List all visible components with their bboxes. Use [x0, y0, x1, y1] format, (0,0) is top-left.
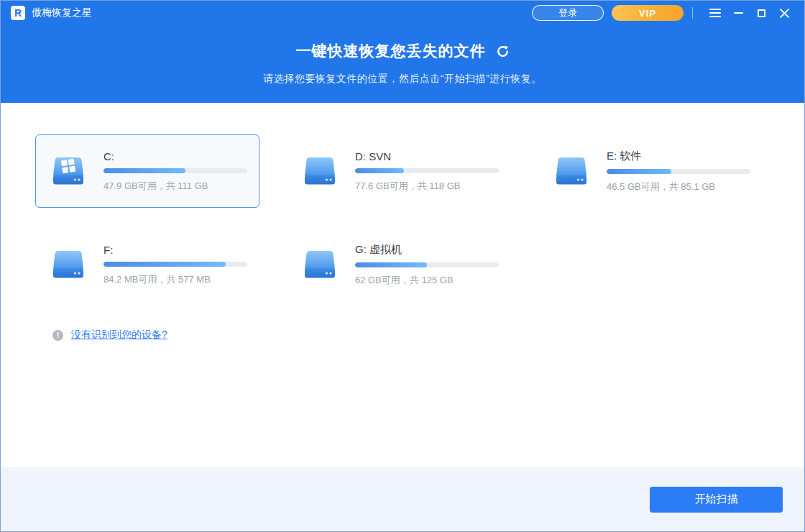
drive-usage-bar — [104, 168, 247, 173]
app-title: 傲梅恢复之星 — [32, 6, 92, 19]
close-icon — [780, 9, 789, 18]
maximize-button[interactable] — [752, 4, 770, 22]
drive-label: C: — [104, 150, 247, 162]
drive-grid: C: 47.9 GB可用，共 111 GB D: SVN 77 — [35, 134, 770, 301]
page-title: 一键快速恢复您丢失的文件 — [296, 41, 510, 61]
page-subtitle: 请选择您要恢复文件的位置，然后点击“开始扫描”进行恢复。 — [1, 73, 804, 86]
header: R 傲梅恢复之星 登录 VIP — [1, 1, 804, 103]
drive-icon — [51, 247, 86, 282]
page-title-text: 一键快速恢复您丢失的文件 — [296, 41, 486, 61]
drive-label: E: 软件 — [607, 150, 750, 163]
start-scan-button[interactable]: 开始扫描 — [650, 487, 783, 513]
drive-usage-bar — [355, 168, 499, 173]
menu-button[interactable] — [706, 4, 724, 22]
drive-usage-bar — [355, 262, 499, 267]
drive-card-G[interactable]: G: 虚拟机 62 GB可用，共 125 GB — [287, 228, 511, 301]
drive-text: G: 虚拟机 62 GB可用，共 125 GB — [355, 243, 499, 287]
drive-usage-fill — [104, 168, 185, 173]
drive-icon — [554, 154, 589, 188]
minimize-icon — [734, 12, 743, 14]
drive-capacity-text: 84.2 MB可用，共 577 MB — [104, 273, 247, 286]
app-logo-icon: R — [11, 6, 25, 20]
maximize-icon — [758, 9, 765, 17]
vip-button[interactable]: VIP — [612, 5, 684, 21]
main-content: C: 47.9 GB可用，共 111 GB D: SVN 77 — [1, 103, 804, 467]
drive-icon — [303, 247, 337, 282]
hamburger-icon — [709, 9, 721, 17]
header-center: 一键快速恢复您丢失的文件 请选择您要恢复文件的位置，然后点击“开始扫描”进行恢复… — [1, 41, 804, 86]
drive-capacity-text: 47.9 GB可用，共 111 GB — [104, 180, 247, 193]
drive-icon — [51, 154, 86, 188]
drive-icon — [303, 154, 337, 188]
login-button[interactable]: 登录 — [532, 5, 604, 21]
minimize-button[interactable] — [729, 4, 748, 22]
drive-capacity-text: 46.5 GB可用，共 85.1 GB — [607, 180, 750, 193]
drive-card-E[interactable]: E: 软件 46.5 GB可用，共 85.1 GB — [538, 134, 763, 208]
header-actions: 登录 VIP — [532, 4, 794, 22]
app-window: R 傲梅恢复之星 登录 VIP — [0, 0, 805, 532]
drive-usage-fill — [607, 169, 671, 174]
refresh-icon[interactable] — [496, 45, 510, 58]
drive-card-D[interactable]: D: SVN 77.6 GB可用，共 118 GB — [287, 134, 511, 208]
info-icon: ! — [52, 330, 63, 341]
drive-usage-fill — [355, 262, 427, 267]
drive-label: D: SVN — [355, 150, 499, 162]
drive-text: D: SVN 77.6 GB可用，共 118 GB — [355, 150, 499, 193]
drive-usage-bar — [104, 262, 247, 267]
help-row: ! 没有识别到您的设备? — [52, 329, 770, 341]
drive-text: F: 84.2 MB可用，共 577 MB — [104, 244, 247, 286]
drive-usage-fill — [104, 262, 226, 267]
drive-capacity-text: 62 GB可用，共 125 GB — [355, 274, 499, 287]
footer: 开始扫描 — [1, 467, 804, 531]
drive-usage-bar — [607, 169, 750, 174]
drive-card-C[interactable]: C: 47.9 GB可用，共 111 GB — [35, 134, 259, 208]
drive-capacity-text: 77.6 GB可用，共 118 GB — [355, 180, 499, 193]
close-button[interactable] — [775, 4, 794, 22]
drive-label: F: — [104, 244, 247, 256]
drive-usage-fill — [355, 168, 404, 173]
drive-text: C: 47.9 GB可用，共 111 GB — [104, 150, 247, 193]
title-bar: R 傲梅恢复之星 登录 VIP — [1, 1, 804, 25]
drive-label: G: 虚拟机 — [355, 243, 499, 257]
drive-card-F[interactable]: F: 84.2 MB可用，共 577 MB — [35, 228, 259, 301]
titlebar-divider — [692, 7, 693, 19]
brand: R 傲梅恢复之星 — [11, 6, 92, 20]
device-help-link[interactable]: 没有识别到您的设备? — [71, 329, 167, 341]
drive-text: E: 软件 46.5 GB可用，共 85.1 GB — [607, 150, 750, 193]
